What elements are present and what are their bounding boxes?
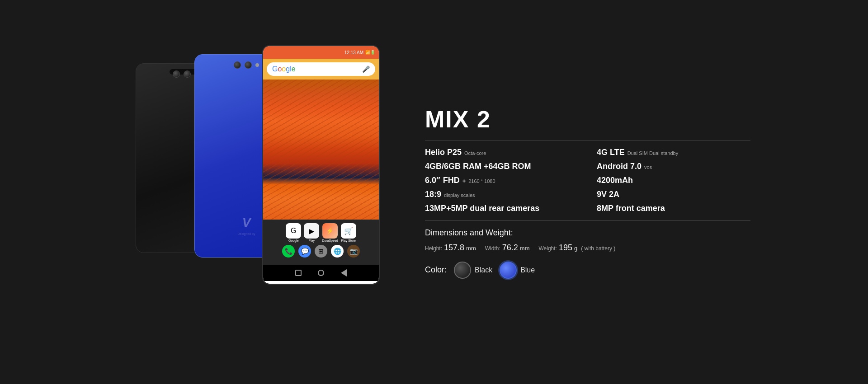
mic-icon[interactable]: 🎤	[362, 65, 370, 73]
camera-lens-1	[173, 70, 180, 78]
nav-square-icon	[295, 270, 302, 276]
color-label: Color:	[425, 265, 447, 275]
spec-aspect: 18:9 display scales	[425, 190, 579, 199]
spec-processor: Helio P25 Octa-core	[425, 148, 579, 157]
width-value: 76.2	[502, 243, 518, 253]
wallpaper	[263, 80, 379, 220]
color-black-option[interactable]: Black	[454, 262, 492, 279]
dimensions-section: Dimensions and Weight: Height: 157.8 mm …	[425, 228, 750, 253]
blue-camera-flash	[255, 63, 259, 67]
processor-name: Helio P25	[425, 148, 462, 157]
spec-connectivity: 4G LTE Dual SIM Dual standby	[597, 148, 750, 157]
blue-phone-designed: Designed by	[238, 232, 255, 235]
app-store-icon[interactable]: 🛒	[341, 223, 356, 239]
specs-area: MIX 2 Helio P25 Octa-core 4G LTE Dual SI…	[425, 97, 750, 288]
display-sup: +	[462, 178, 466, 184]
status-time: 12:13 AM	[344, 50, 363, 55]
divider-mid	[425, 220, 750, 221]
front-camera-value: 8MP front camera	[597, 204, 665, 213]
os-sub: vos	[644, 164, 652, 170]
ram-rom-value: 4GB/6GB RAM +64GB ROM	[425, 162, 531, 171]
phone-screen: 12:13 AM 📶🔋 Google 🎤	[263, 46, 379, 284]
spec-front-camera: 8MP front camera	[597, 204, 750, 213]
spec-os: Android 7.0 vos	[597, 162, 750, 171]
blue-camera-lens-2	[245, 61, 252, 69]
os-name: Android 7.0	[597, 162, 642, 171]
spec-rear-camera: 13MP+5MP dual rear cameras	[425, 204, 579, 213]
display-type: FHD	[443, 176, 460, 185]
app-store-label: Play Store	[341, 239, 356, 242]
color-blue-option[interactable]: Blue	[500, 262, 535, 279]
dim-width: Width: 76.2 mm	[485, 243, 530, 253]
height-label: Height:	[425, 245, 442, 252]
color-section: Color: Black Blue	[425, 262, 750, 279]
dim-height: Height: 157.8 mm	[425, 243, 476, 253]
bottom-msg-icon[interactable]: 💬	[298, 245, 311, 258]
app-store-wrap: 🛒 Play Store	[341, 223, 356, 242]
spec-battery: 4200mAh	[597, 176, 750, 185]
product-title: MIX 2	[425, 106, 750, 133]
nav-triangle-icon	[341, 269, 347, 276]
divider-top	[425, 140, 750, 140]
home-area: G Google ▶ Play ⚡	[263, 220, 379, 265]
nav-square-btn[interactable]	[294, 268, 303, 277]
app-speed-wrap: ⚡ DuraSpeed	[322, 223, 338, 242]
dimensions-row: Height: 157.8 mm Width: 76.2 mm Weight: …	[425, 243, 750, 253]
bottom-icons-row: 📞 💬 ⊞ 🌐 📷	[267, 245, 375, 258]
nav-bar	[263, 265, 379, 281]
processor-sub: Octa-core	[464, 150, 486, 156]
weight-value: 195	[559, 243, 572, 253]
weight-label: Weight:	[538, 245, 557, 252]
wallpaper-swirl	[263, 80, 379, 220]
search-area: Google 🎤	[263, 59, 379, 80]
app-play-wrap: ▶ Play	[304, 223, 319, 242]
app-speed-icon[interactable]: ⚡	[322, 223, 338, 239]
specs-grid: Helio P25 Octa-core 4G LTE Dual SIM Dual…	[425, 148, 750, 213]
nav-circle-icon	[318, 270, 324, 276]
connectivity-name: 4G LTE	[597, 148, 625, 157]
color-swatch-blue[interactable]	[500, 262, 517, 279]
bottom-phone-icon[interactable]: 📞	[282, 245, 295, 258]
camera-bumps-blue	[234, 61, 259, 69]
app-play-icon[interactable]: ▶	[304, 223, 319, 239]
display-res: 2160 * 1080	[468, 178, 495, 184]
google-logo: Google	[272, 65, 296, 73]
width-unit: mm	[520, 245, 530, 252]
bottom-apps-icon[interactable]: ⊞	[315, 245, 327, 258]
spec-ram-rom: 4GB/6GB RAM +64GB ROM	[425, 162, 579, 171]
connectivity-sub: Dual SIM Dual standby	[627, 150, 679, 156]
weight-unit: g	[574, 245, 577, 252]
color-blue-name: Blue	[520, 266, 535, 274]
width-label: Width:	[485, 245, 500, 252]
bottom-cam-icon[interactable]: 📷	[347, 245, 360, 258]
aspect-sub: display scales	[444, 192, 475, 198]
blue-phone-logo: V	[242, 215, 251, 230]
color-black-name: Black	[475, 266, 492, 274]
app-speed-label: DuraSpeed	[322, 239, 338, 242]
height-value: 157.8	[444, 243, 464, 253]
dim-weight: Weight: 195 g ( with battery )	[538, 243, 615, 253]
weight-note: ( with battery )	[581, 245, 615, 252]
main-container: V Designed by 12:13 AM 📶🔋 Google 🎤	[118, 45, 750, 339]
phone-front: 12:13 AM 📶🔋 Google 🎤	[262, 45, 380, 285]
color-swatch-black[interactable]	[454, 262, 471, 279]
display-size: 6.0″	[425, 176, 440, 185]
camera-lens-2	[184, 70, 191, 78]
app-icons-row: G Google ▶ Play ⚡	[267, 223, 375, 242]
charging-value: 9V 2A	[597, 190, 619, 199]
phone-display: V Designed by 12:13 AM 📶🔋 Google 🎤	[118, 45, 398, 339]
status-bar: 12:13 AM 📶🔋	[263, 46, 379, 59]
battery-value: 4200mAh	[597, 176, 633, 185]
app-google-wrap: G Google	[286, 223, 301, 242]
rear-camera-value: 13MP+5MP dual rear cameras	[425, 204, 539, 213]
app-google-icon[interactable]: G	[286, 223, 301, 239]
aspect-value: 18:9	[425, 190, 441, 199]
nav-circle-btn[interactable]	[316, 268, 326, 277]
nav-back-btn[interactable]	[339, 268, 348, 277]
google-bar[interactable]: Google 🎤	[267, 62, 375, 76]
status-icons: 📶🔋	[365, 50, 375, 55]
height-unit: mm	[466, 245, 476, 252]
bottom-chrome-icon[interactable]: 🌐	[331, 245, 344, 258]
blue-camera-lens-1	[234, 61, 241, 69]
spec-charging: 9V 2A	[597, 190, 750, 199]
